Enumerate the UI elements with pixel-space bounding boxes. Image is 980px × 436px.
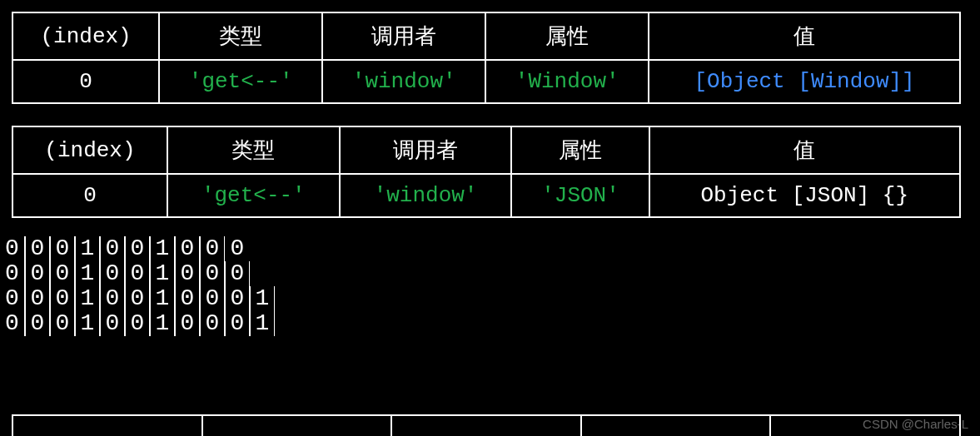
console-table-2: (index) 类型 调用者 属性 值 0 'get<--' 'window' …	[12, 126, 961, 218]
cell-value: [Object [Window]]	[649, 60, 960, 103]
bit-cell: 0	[0, 261, 25, 286]
bit-cell: 1	[75, 286, 100, 311]
table-header-row: (index) 类型 调用者 属性 值	[12, 126, 960, 174]
bit-cell: 0	[100, 311, 125, 336]
bit-cell: 0	[125, 286, 150, 311]
bit-cell: 0	[200, 311, 225, 336]
bit-cell: 0	[125, 261, 150, 286]
bit-cell: 0	[100, 236, 125, 261]
bit-cell: 1	[150, 286, 175, 311]
bit-cell: 0	[25, 286, 50, 311]
col-prop: 属性	[511, 126, 649, 174]
col-prop: 属性	[485, 12, 649, 60]
cell-caller: 'window'	[322, 60, 485, 103]
bit-cell: 0	[100, 261, 125, 286]
bit-row: 0001001000	[0, 236, 968, 261]
bit-cell: 0	[0, 311, 25, 336]
cell-caller: 'window'	[340, 174, 512, 217]
bit-cell: 0	[125, 311, 150, 336]
table-row: 0 'get<--' 'window' 'JSON' Object [JSON]…	[12, 174, 960, 217]
bit-cell: 0	[200, 261, 225, 286]
col-index: (index)	[12, 12, 159, 60]
bit-cell: 1	[250, 311, 275, 336]
bit-cell: 0	[0, 286, 25, 311]
bit-cell: 1	[150, 261, 175, 286]
cell-index: 0	[12, 60, 159, 103]
table-row: 0 'get<--' 'window' 'Window' [Object [Wi…	[12, 60, 960, 103]
cell-prop: 'JSON'	[511, 174, 649, 217]
cell-type: 'get<--'	[167, 174, 340, 217]
bit-cell: 1	[75, 311, 100, 336]
bit-cell: 0	[25, 311, 50, 336]
bit-cell: 0	[225, 236, 250, 261]
bit-cell: 1	[75, 236, 100, 261]
cell-value: Object [JSON] {}	[649, 174, 960, 217]
bit-cell: 0	[225, 261, 250, 286]
binary-rows: 0001001000000100100000010010001000100100…	[0, 236, 968, 336]
col-value: 值	[649, 126, 960, 174]
col-value: 值	[649, 12, 960, 60]
bit-row: 00010010001	[0, 286, 968, 311]
bit-cell: 0	[125, 236, 150, 261]
bit-cell: 0	[225, 311, 250, 336]
console-table-3-partial	[12, 414, 961, 436]
bit-cell: 1	[150, 236, 175, 261]
bit-cell: 0	[100, 286, 125, 311]
bit-cell: 0	[175, 286, 200, 311]
bit-cell: 0	[50, 261, 75, 286]
cell-type: 'get<--'	[159, 60, 322, 103]
bit-cell: 0	[175, 311, 200, 336]
bit-cell: 0	[225, 286, 250, 311]
bit-cell: 0	[50, 236, 75, 261]
bit-cell: 0	[25, 261, 50, 286]
col-type: 类型	[159, 12, 322, 60]
bit-cell: 0	[25, 236, 50, 261]
bit-row: 0001001000	[0, 261, 968, 286]
col-index: (index)	[12, 126, 167, 174]
table-header-row: (index) 类型 调用者 属性 值	[12, 12, 960, 60]
cell-index: 0	[12, 174, 167, 217]
bit-cell: 0	[50, 286, 75, 311]
bit-row: 00010010001	[0, 311, 968, 336]
bit-cell: 1	[150, 311, 175, 336]
col-type: 类型	[167, 126, 340, 174]
bit-cell: 0	[200, 286, 225, 311]
bit-cell: 0	[200, 236, 225, 261]
console-table-1: (index) 类型 调用者 属性 值 0 'get<--' 'window' …	[12, 12, 961, 104]
bit-cell: 1	[250, 286, 275, 311]
col-caller: 调用者	[322, 12, 485, 60]
col-caller: 调用者	[340, 126, 512, 174]
cell-prop: 'Window'	[485, 60, 649, 103]
bit-cell: 0	[175, 236, 200, 261]
bit-cell: 0	[50, 311, 75, 336]
bit-cell: 0	[175, 261, 200, 286]
bit-cell: 1	[75, 261, 100, 286]
bit-cell: 0	[0, 236, 25, 261]
watermark: CSDN @Charles-L	[863, 417, 968, 431]
